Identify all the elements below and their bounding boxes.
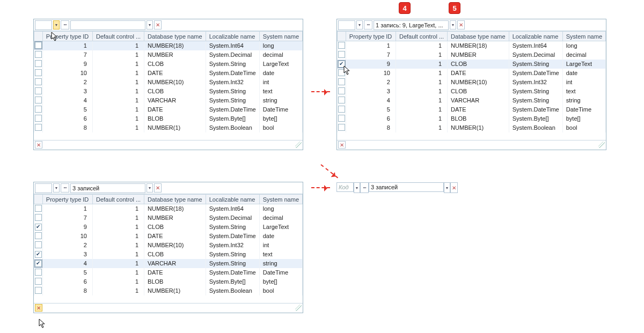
filter-dropdown-1[interactable]: ▼	[53, 20, 60, 29]
table-row[interactable]: 101DATESystem.DateTimedate	[34, 69, 303, 78]
row-checkbox[interactable]	[338, 124, 345, 131]
table-row[interactable]: 21NUMBER(10)System.Int32int	[338, 78, 606, 87]
selection-summary-input[interactable]: 3 записей	[70, 183, 145, 193]
col-localizable-name[interactable]: Localizable name	[206, 195, 259, 204]
table-row[interactable]: 31CLOBSystem.Stringtext	[338, 87, 606, 96]
table-row[interactable]: 91CLOBSystem.StringLargeText	[338, 60, 606, 69]
row-checkbox[interactable]	[35, 269, 42, 276]
table-row[interactable]: 41VARCHARSystem.Stringstring	[338, 96, 606, 105]
selection-summary-input[interactable]	[70, 20, 145, 30]
selection-clear-button[interactable]: ✕	[154, 20, 162, 29]
filter-more-button[interactable]: ···	[61, 183, 69, 193]
col-checkbox[interactable]	[34, 32, 43, 41]
table-row[interactable]: 61BLOBSystem.Byte[]byte[]	[34, 114, 303, 123]
row-checkbox[interactable]	[35, 232, 42, 239]
row-checkbox[interactable]	[35, 51, 42, 58]
table-row[interactable]: 91CLOBSystem.StringLargeText	[34, 60, 303, 69]
footer-clear-button[interactable]: ✕	[338, 141, 346, 149]
row-checkbox[interactable]	[35, 69, 42, 76]
table-row[interactable]: 101DATESystem.DateTimedate	[338, 69, 606, 78]
filter-input-1[interactable]	[35, 183, 52, 193]
row-checkbox[interactable]	[35, 287, 42, 294]
row-checkbox[interactable]	[338, 51, 345, 58]
col-property-type-id[interactable]: Property type ID	[42, 195, 92, 204]
table-row[interactable]: 51DATESystem.DateTimeDateTime	[34, 105, 303, 114]
row-checkbox[interactable]	[35, 97, 42, 103]
table-row[interactable]: 11NUMBER(18)System.Int64long	[338, 41, 606, 50]
table-row[interactable]: 101DATESystem.DateTimedate	[34, 232, 303, 241]
row-checkbox[interactable]	[35, 214, 42, 221]
col-property-type-id[interactable]: Property type ID	[42, 32, 92, 41]
filter-input-1[interactable]	[338, 20, 355, 30]
table-row[interactable]: 21NUMBER(10)System.Int32int	[34, 241, 303, 250]
row-checkbox[interactable]	[35, 251, 42, 258]
resize-grip[interactable]	[295, 305, 302, 311]
selection-clear-button[interactable]: ✕	[154, 183, 162, 193]
col-database-type-name[interactable]: Database type name	[144, 32, 206, 41]
footer-clear-button[interactable]: ✕	[35, 304, 42, 312]
table-row[interactable]: 31CLOBSystem.Stringtext	[34, 250, 303, 259]
col-property-type-id[interactable]: Property type ID	[346, 32, 396, 41]
filter-more-button[interactable]: ···	[360, 182, 369, 193]
table-row[interactable]: 81NUMBER(1)System.Booleanbool	[338, 123, 606, 132]
col-localizable-name[interactable]: Localizable name	[206, 32, 259, 41]
col-database-type-name[interactable]: Database type name	[448, 32, 509, 41]
row-checkbox[interactable]	[35, 124, 42, 131]
row-checkbox[interactable]	[338, 69, 345, 76]
table-row[interactable]: 71NUMBERSystem.Decimaldecimal	[34, 50, 303, 60]
row-checkbox[interactable]	[338, 87, 345, 94]
filter-dropdown-1[interactable]: ▼	[354, 182, 360, 193]
filter-dropdown-1[interactable]: ▼	[356, 20, 363, 29]
row-checkbox[interactable]	[35, 78, 42, 85]
col-localizable-name[interactable]: Localizable name	[509, 32, 562, 41]
selection-summary-input[interactable]: 1 запись: 9, LargeText, ...	[374, 20, 449, 30]
row-checkbox[interactable]	[338, 42, 345, 49]
filter-input-1[interactable]	[35, 20, 52, 30]
selection-summary-dropdown[interactable]: ▼	[147, 20, 153, 29]
col-system-name[interactable]: System name	[259, 32, 302, 41]
row-checkbox[interactable]	[35, 106, 42, 113]
row-checkbox[interactable]	[35, 60, 42, 67]
selection-clear-button[interactable]: ✕	[450, 182, 458, 193]
col-default-control[interactable]: Default control ...	[92, 32, 144, 41]
col-database-type-name[interactable]: Database type name	[144, 195, 206, 204]
selection-summary-input[interactable]: 3 записей	[369, 182, 444, 192]
table-row[interactable]: 41VARCHARSystem.Stringstring	[34, 96, 303, 105]
row-checkbox[interactable]	[35, 115, 42, 122]
row-checkbox[interactable]	[338, 61, 345, 68]
row-checkbox[interactable]	[35, 278, 42, 285]
selection-clear-button[interactable]: ✕	[457, 20, 465, 29]
col-default-control[interactable]: Default control ...	[396, 32, 447, 41]
table-row[interactable]: 51DATESystem.DateTimeDateTime	[338, 105, 606, 114]
table-row[interactable]: 21NUMBER(10)System.Int32int	[34, 78, 303, 87]
footer-clear-button[interactable]: ✕	[35, 141, 42, 149]
resize-grip[interactable]	[598, 142, 605, 148]
filter-more-button[interactable]: ···	[61, 20, 69, 29]
row-checkbox[interactable]	[35, 87, 42, 94]
table-row[interactable]: 71NUMBERSystem.Decimaldecimal	[338, 50, 606, 60]
selection-summary-dropdown[interactable]: ▼	[147, 183, 153, 193]
col-checkbox[interactable]	[34, 195, 43, 204]
table-row[interactable]: 11NUMBER(18)System.Int64long	[34, 204, 303, 213]
row-checkbox[interactable]	[35, 241, 42, 248]
filter-input-1[interactable]: Код	[336, 182, 354, 192]
col-system-name[interactable]: System name	[259, 195, 302, 204]
table-row[interactable]: 81NUMBER(1)System.Booleanbool	[34, 123, 303, 132]
table-row[interactable]: 91CLOBSystem.StringLargeText	[34, 223, 303, 232]
col-default-control[interactable]: Default control ...	[92, 195, 144, 204]
row-checkbox[interactable]	[338, 97, 345, 103]
table-row[interactable]: 41VARCHARSystem.Stringstring	[34, 259, 303, 268]
table-row[interactable]: 71NUMBERSystem.Decimaldecimal	[34, 213, 303, 223]
selection-summary-dropdown[interactable]: ▼	[444, 182, 450, 193]
table-row[interactable]: 51DATESystem.DateTimeDateTime	[34, 268, 303, 277]
row-checkbox[interactable]	[35, 42, 42, 49]
row-checkbox[interactable]	[338, 106, 345, 113]
filter-dropdown-1[interactable]: ▼	[53, 183, 60, 193]
table-row[interactable]: 61BLOBSystem.Byte[]byte[]	[34, 277, 303, 286]
resize-grip[interactable]	[295, 142, 302, 148]
table-row[interactable]: 61BLOBSystem.Byte[]byte[]	[338, 114, 606, 123]
table-row[interactable]: 31CLOBSystem.Stringtext	[34, 87, 303, 96]
row-checkbox[interactable]	[35, 205, 42, 212]
selection-summary-dropdown[interactable]: ▼	[450, 20, 456, 29]
row-checkbox[interactable]	[35, 224, 42, 231]
